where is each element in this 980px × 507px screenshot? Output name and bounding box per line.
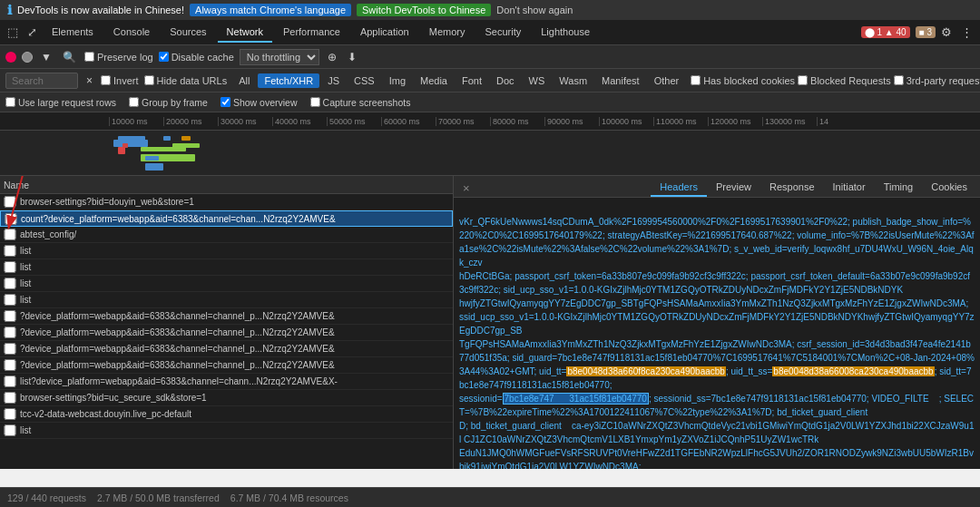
use-large-rows-label[interactable]: Use large request rows xyxy=(5,97,116,108)
clear-search-button[interactable]: × xyxy=(83,73,95,88)
tab-preview[interactable]: Preview xyxy=(707,179,760,197)
hide-data-urls-checkbox[interactable] xyxy=(144,75,154,85)
more-tools-icon-button[interactable]: ⋮ xyxy=(957,24,976,41)
filter-doc-button[interactable]: Doc xyxy=(490,73,521,88)
settings-icon-button[interactable]: ⚙ xyxy=(937,24,956,41)
tab-console[interactable]: Console xyxy=(104,23,159,43)
list-item[interactable]: list xyxy=(0,276,453,292)
inspect-icon-button[interactable]: ⬚ xyxy=(4,24,22,41)
tab-lighthouse[interactable]: Lighthouse xyxy=(532,23,599,43)
tab-sources[interactable]: Sources xyxy=(161,23,215,43)
tab-timing[interactable]: Timing xyxy=(875,179,923,197)
options-bar: Use large request rows Group by frame Sh… xyxy=(0,93,980,112)
list-item[interactable]: list xyxy=(0,243,453,259)
row-checkbox[interactable] xyxy=(4,327,16,338)
filter-css-button[interactable]: CSS xyxy=(348,73,381,88)
clear-button[interactable] xyxy=(22,52,33,63)
row-checkbox[interactable] xyxy=(4,375,16,387)
top-banner: ℹ DevTools is now available in Chinese! … xyxy=(0,0,980,20)
tab-network[interactable]: Network xyxy=(218,23,272,43)
filter-manifest-button[interactable]: Manifest xyxy=(595,73,646,88)
row-url: browser-settings?bid=douyin_web&store=1 xyxy=(20,197,449,207)
invert-label[interactable]: Invert xyxy=(101,75,139,86)
row-checkbox[interactable] xyxy=(4,261,16,273)
group-by-frame-checkbox[interactable] xyxy=(129,97,139,107)
match-language-button[interactable]: Always match Chrome's language xyxy=(190,4,351,16)
list-item[interactable]: list?device_platform=webapp&aid=6383&cha… xyxy=(0,374,453,390)
row-checkbox[interactable] xyxy=(4,310,16,322)
list-item[interactable]: list xyxy=(0,292,453,308)
list-item[interactable]: list xyxy=(0,259,453,276)
capture-screenshots-label[interactable]: Capture screenshots xyxy=(310,97,411,108)
tab-response[interactable]: Response xyxy=(760,179,824,197)
tab-elements[interactable]: Elements xyxy=(43,23,103,43)
tab-security[interactable]: Security xyxy=(475,23,530,43)
row-checkbox[interactable] xyxy=(4,392,16,404)
preserve-log-label[interactable]: Preserve log xyxy=(84,52,153,63)
online-icon-button[interactable]: ⊕ xyxy=(325,50,339,64)
dont-show-link[interactable]: Don't show again xyxy=(496,5,573,15)
response-text-line: vKr_QF6kUeNwwws14sqCDumA_0dk%2F169995456… xyxy=(459,217,975,268)
tab-initiator[interactable]: Initiator xyxy=(824,179,875,197)
row-checkbox[interactable] xyxy=(4,196,16,208)
filter-wasm-button[interactable]: Wasm xyxy=(553,73,593,88)
filter-js-button[interactable]: JS xyxy=(321,73,346,88)
tab-memory[interactable]: Memory xyxy=(420,23,475,43)
row-checkbox[interactable] xyxy=(4,408,16,420)
row-checkbox[interactable] xyxy=(4,245,16,257)
list-item[interactable]: ?device_platform=webapp&aid=6383&channel… xyxy=(0,325,453,341)
preserve-log-checkbox[interactable] xyxy=(84,52,94,62)
search-network-button[interactable]: 🔍 xyxy=(60,50,79,64)
list-item[interactable]: abtest_config/ xyxy=(0,227,453,243)
filter-all-button[interactable]: All xyxy=(232,73,256,88)
close-panel-button[interactable]: × xyxy=(457,180,475,197)
tab-application[interactable]: Application xyxy=(351,23,418,43)
show-overview-checkbox[interactable] xyxy=(220,97,230,107)
svg-rect-4 xyxy=(145,156,159,161)
tab-cookies[interactable]: Cookies xyxy=(922,179,976,197)
row-checkbox[interactable] xyxy=(4,359,16,371)
hide-data-urls-label[interactable]: Hide data URLs xyxy=(144,75,228,86)
filter-fetch-xhr-button[interactable]: Fetch/XHR xyxy=(258,73,319,88)
list-item[interactable]: browser-settings?bid=douyin_web&store=1 xyxy=(0,194,453,210)
row-checkbox[interactable] xyxy=(4,278,16,289)
row-checkbox[interactable] xyxy=(4,294,16,306)
list-item[interactable]: ?device_platform=webapp&aid=6383&channel… xyxy=(0,308,453,325)
tab-performance[interactable]: Performance xyxy=(274,23,349,43)
invert-checkbox[interactable] xyxy=(101,75,111,85)
row-url: ?device_platform=webapp&aid=6383&channel… xyxy=(20,344,449,354)
tab-headers[interactable]: Headers xyxy=(651,179,707,197)
row-checkbox[interactable] xyxy=(4,229,16,240)
switch-devtools-button[interactable]: Switch DevTools to Chinese xyxy=(357,4,491,16)
list-item[interactable]: tcc-v2-data-webcast.douyin.live_pc-defau… xyxy=(0,406,453,423)
disable-cache-checkbox[interactable] xyxy=(159,52,169,62)
list-item[interactable]: list xyxy=(0,423,453,439)
list-item[interactable]: ?device_platform=webapp&aid=6383&channel… xyxy=(0,341,453,357)
row-checkbox[interactable] xyxy=(4,424,16,436)
filter-media-button[interactable]: Media xyxy=(414,73,454,88)
row-checkbox[interactable] xyxy=(5,213,17,225)
device-icon-button[interactable]: ⤢ xyxy=(24,24,41,41)
filter-ws-button[interactable]: WS xyxy=(523,73,552,88)
disable-cache-label[interactable]: Disable cache xyxy=(159,52,234,63)
row-checkbox[interactable] xyxy=(4,343,16,355)
group-by-frame-label[interactable]: Group by frame xyxy=(129,97,208,108)
filter-other-button[interactable]: Other xyxy=(648,73,686,88)
waterfall-svg xyxy=(109,131,980,176)
search-input[interactable] xyxy=(5,73,78,89)
record-button[interactable] xyxy=(5,52,16,63)
row-url: list xyxy=(20,295,449,305)
filter-img-button[interactable]: Img xyxy=(383,73,412,88)
ruler-tick: 90000 ms xyxy=(544,117,599,126)
list-item[interactable]: browser-settings?bid=uc_secure_sdk&store… xyxy=(0,390,453,406)
list-item[interactable]: ?device_platform=webapp&aid=6383&channel… xyxy=(0,357,453,374)
throttle-select[interactable]: No throttling Fast 3G Slow 3G Offline xyxy=(240,49,319,65)
show-overview-label[interactable]: Show overview xyxy=(220,97,298,108)
use-large-rows-checkbox[interactable] xyxy=(5,97,15,107)
list-item-selected[interactable]: count?device_platform=webapp&aid=6383&ch… xyxy=(0,210,453,227)
filter-font-button[interactable]: Font xyxy=(456,73,488,88)
response-text-line: sessionid=7bc1e8e747 31ac15f81eb04770; s… xyxy=(459,393,974,417)
capture-screenshots-checkbox[interactable] xyxy=(310,97,320,107)
filter-icon-button[interactable]: ▼ xyxy=(38,50,54,64)
import-icon-button[interactable]: ⬇ xyxy=(345,50,359,64)
